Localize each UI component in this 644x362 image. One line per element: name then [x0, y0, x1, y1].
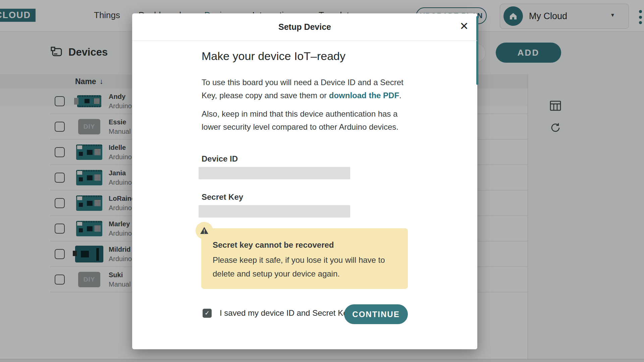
close-icon[interactable]: ✕ [460, 21, 469, 32]
modal-title: Setup Device [278, 22, 331, 32]
modal-header: Setup Device [132, 13, 477, 41]
saved-key-label: I saved my device ID and Secret Key [220, 308, 352, 318]
download-pdf-link[interactable]: download the PDF [329, 91, 399, 100]
app-screen: CLOUD Things Dashboards Devices Integrat… [0, 0, 644, 362]
saved-key-checkbox[interactable]: ✓ [203, 309, 212, 318]
modal-heading: Make your device IoT–ready [202, 50, 345, 63]
intro-paragraph: To use this board you will need a Device… [202, 76, 411, 102]
device-id-field[interactable] [199, 167, 350, 179]
warning-body: Please keep it safe, if you lose it you … [213, 253, 394, 281]
confirmation-row: ✓ I saved my device ID and Secret Key [203, 308, 352, 318]
continue-button[interactable]: CONTINUE [344, 304, 408, 324]
secret-key-field[interactable] [199, 205, 350, 218]
device-id-label: Device ID [202, 154, 238, 164]
warning-callout: Secret key cannot be recovered Please ke… [201, 228, 408, 289]
security-paragraph: Also, keep in mind that this device auth… [202, 107, 411, 133]
warning-icon [196, 222, 213, 239]
secret-key-label: Secret Key [202, 192, 243, 202]
warning-title: Secret key cannot be recovered [213, 240, 334, 250]
setup-device-modal: Setup Device ✕ Make your device IoT–read… [132, 13, 477, 349]
